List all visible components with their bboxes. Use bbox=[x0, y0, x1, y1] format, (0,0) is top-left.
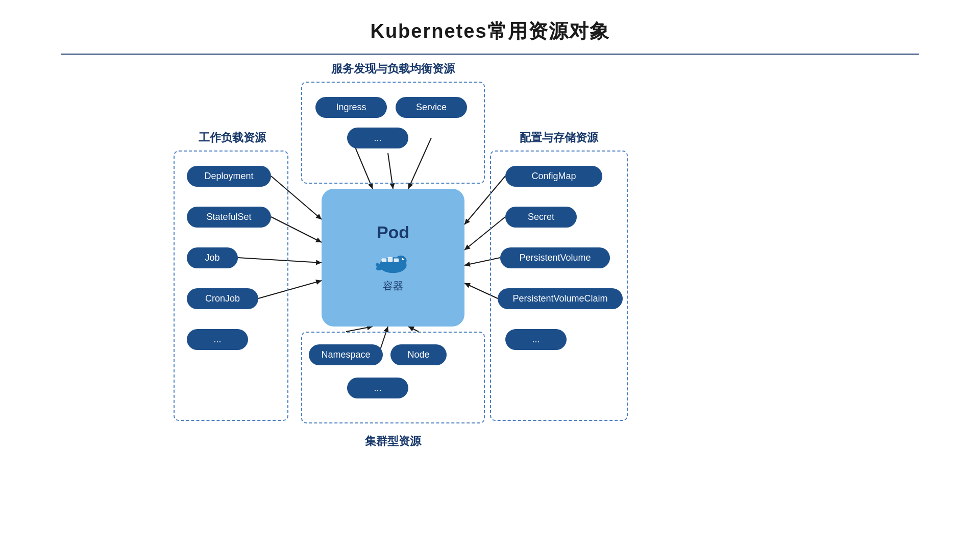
badge-namespace: Namespace bbox=[309, 344, 383, 365]
diagram-area: 服务发现与负载均衡资源 Ingress Service ... 工作负载资源 D… bbox=[0, 56, 980, 546]
pod-sub-label: 容器 bbox=[383, 279, 403, 293]
badge-workload-dots: ... bbox=[187, 329, 248, 350]
service-discovery-label: 服务发现与负载均衡资源 bbox=[250, 61, 536, 77]
title-divider bbox=[61, 54, 919, 55]
config-storage-box bbox=[490, 151, 628, 421]
docker-whale-icon bbox=[375, 245, 411, 276]
badge-configmap: ConfigMap bbox=[505, 166, 602, 187]
badge-secret: Secret bbox=[505, 207, 577, 228]
workload-label: 工作负载资源 bbox=[168, 130, 296, 145]
svg-point-3 bbox=[403, 258, 404, 259]
svg-rect-4 bbox=[382, 258, 387, 262]
badge-job: Job bbox=[187, 247, 238, 268]
pod-box: Pod 容器 bbox=[322, 189, 464, 327]
svg-point-2 bbox=[402, 258, 404, 260]
svg-rect-6 bbox=[394, 258, 399, 262]
badge-service: Service bbox=[396, 97, 467, 118]
badge-cronjob: CronJob bbox=[187, 288, 258, 309]
svg-rect-5 bbox=[388, 257, 393, 262]
badge-ingress: Ingress bbox=[315, 97, 387, 118]
badge-pvc: PersistentVolumeClaim bbox=[498, 288, 623, 309]
workload-box bbox=[174, 151, 288, 421]
badge-storage-dots: ... bbox=[505, 329, 567, 350]
badge-pv: PersistentVolume bbox=[500, 247, 610, 268]
cluster-label: 集群型资源 bbox=[322, 434, 464, 449]
config-storage-label: 配置与存储资源 bbox=[480, 130, 638, 145]
badge-statefulset: StatefulSet bbox=[187, 207, 271, 228]
badge-cluster-dots: ... bbox=[347, 378, 408, 398]
page-title: Kubernetes常用资源对象 bbox=[0, 0, 980, 44]
badge-node: Node bbox=[390, 344, 447, 365]
pod-label: Pod bbox=[377, 222, 409, 242]
badge-deployment: Deployment bbox=[187, 166, 271, 187]
badge-sd-dots: ... bbox=[347, 128, 408, 148]
